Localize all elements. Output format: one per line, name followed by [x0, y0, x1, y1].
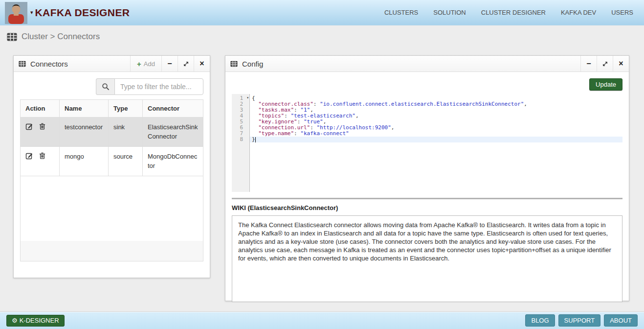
- config-panel: Config − × Update 1▾2345678 { "connector…: [225, 55, 629, 301]
- support-button[interactable]: SUPPORT: [558, 314, 601, 327]
- avatar-image: [5, 2, 27, 24]
- user-avatar[interactable]: [5, 2, 27, 24]
- table-row[interactable]: testconnectorsinkElasticsearchSinkConnec…: [21, 118, 203, 147]
- config-editor[interactable]: 1▾2345678 { "connector.class": "io.confl…: [232, 94, 622, 192]
- minimize-button[interactable]: −: [580, 56, 597, 71]
- gears-icon: ⚙: [12, 317, 18, 324]
- panel-title-text: Config: [242, 60, 263, 68]
- table-icon: [19, 61, 26, 67]
- code-line: "type.name": "kafka-connect": [250, 131, 622, 137]
- caret-down-icon[interactable]: ▾: [30, 9, 33, 16]
- delete-icon[interactable]: [39, 152, 46, 160]
- fold-toggle-icon[interactable]: ▾: [246, 95, 249, 101]
- breadcrumb: Cluster > Connectors: [0, 25, 644, 47]
- column-header-connector: Connector: [143, 100, 203, 118]
- k-designer-button[interactable]: ⚙ K-DESIGNER: [6, 315, 65, 327]
- wiki-heading: WIKI (ElasticsearchSinkConnector): [232, 204, 622, 212]
- connector-class-cell: MongoDbConnector: [143, 147, 203, 176]
- connectors-panel-title: Connectors: [14, 56, 130, 71]
- grid-icon: [7, 33, 17, 41]
- app-brand[interactable]: KAFKA DESIGNER: [35, 7, 130, 19]
- update-row: Update: [232, 78, 622, 91]
- plus-icon: +: [137, 60, 141, 68]
- config-panel-header: Config − ×: [225, 56, 629, 72]
- empty-table-area: [21, 176, 203, 241]
- close-icon: ×: [200, 60, 204, 68]
- search-icon: [102, 83, 110, 91]
- close-button[interactable]: ×: [194, 56, 210, 71]
- update-button[interactable]: Update: [589, 78, 622, 91]
- maximize-button[interactable]: [597, 56, 613, 71]
- connector-name-cell: mongo: [60, 147, 109, 176]
- wiki-text-box: The Kafka Connect Elasticsearch connecto…: [232, 215, 622, 302]
- nav-item-clusters[interactable]: CLUSTERS: [384, 9, 418, 16]
- line-number: 8: [232, 137, 249, 142]
- footer: ⚙ K-DESIGNER BLOGSUPPORTABOUT: [0, 311, 644, 329]
- minimize-icon: −: [586, 60, 591, 68]
- connector-name-cell: testconnector: [60, 118, 109, 147]
- nav-item-cluster-designer[interactable]: CLUSTER DESIGNER: [481, 9, 546, 16]
- text-cursor: [255, 137, 256, 142]
- k-designer-label: K-DESIGNER: [20, 317, 59, 324]
- expand-icon: [602, 61, 608, 67]
- connectors-panel-body: Action Name Type Connector testconnector…: [14, 72, 210, 268]
- table-icon: [230, 61, 238, 67]
- close-button[interactable]: ×: [613, 56, 629, 71]
- nav-item-users[interactable]: USERS: [611, 9, 633, 16]
- panel-title-text: Connectors: [30, 60, 68, 68]
- expand-icon: [183, 61, 189, 67]
- footer-links: BLOGSUPPORTABOUT: [525, 314, 638, 327]
- filter-input[interactable]: [114, 78, 203, 95]
- navbar: ▾ KAFKA DESIGNER CLUSTERSSOLUTIONCLUSTER…: [0, 0, 644, 25]
- column-header-type: Type: [109, 100, 143, 118]
- edit-icon[interactable]: [25, 122, 33, 130]
- connectors-table: Action Name Type Connector testconnector…: [20, 99, 203, 261]
- divider: [232, 198, 622, 199]
- about-button[interactable]: ABOUT: [604, 314, 638, 327]
- editor-gutter: 1▾2345678: [232, 94, 250, 192]
- filter-group: [96, 78, 203, 95]
- nav-item-kafka-dev[interactable]: KAFKA DEV: [561, 9, 596, 16]
- column-header-name: Name: [60, 100, 109, 118]
- minimize-icon: −: [167, 60, 172, 68]
- config-panel-title: Config: [225, 56, 580, 71]
- add-label: Add: [144, 60, 155, 68]
- table-row[interactable]: mongosourceMongoDbConnector: [21, 147, 203, 176]
- connectors-panel: Connectors + Add − ×: [13, 55, 210, 278]
- connector-class-cell: ElasticsearchSinkConnector: [143, 118, 203, 147]
- nav-item-solution[interactable]: SOLUTION: [433, 9, 466, 16]
- column-header-action: Action: [21, 100, 60, 118]
- blog-button[interactable]: BLOG: [525, 314, 555, 327]
- add-connector-button[interactable]: + Add: [130, 56, 161, 71]
- minimize-button[interactable]: −: [161, 56, 178, 71]
- table-header-row: Action Name Type Connector: [21, 100, 203, 118]
- breadcrumb-label: Cluster > Connectors: [22, 32, 100, 42]
- code-line: }: [250, 137, 622, 142]
- editor-code-area[interactable]: { "connector.class": "io.confluent.conne…: [250, 94, 622, 192]
- connectors-panel-header: Connectors + Add − ×: [14, 56, 210, 72]
- connector-type-cell: sink: [109, 118, 143, 147]
- edit-icon[interactable]: [25, 152, 33, 160]
- search-addon: [96, 78, 114, 95]
- close-icon: ×: [619, 60, 623, 68]
- delete-icon[interactable]: [39, 122, 46, 130]
- config-panel-body: Update 1▾2345678 { "connector.class": "i…: [225, 72, 629, 308]
- connector-type-cell: source: [109, 147, 143, 176]
- nav-menu: CLUSTERSSOLUTIONCLUSTER DESIGNERKAFKA DE…: [384, 9, 638, 16]
- maximize-button[interactable]: [178, 56, 194, 71]
- empty-table-stripe: [21, 241, 203, 261]
